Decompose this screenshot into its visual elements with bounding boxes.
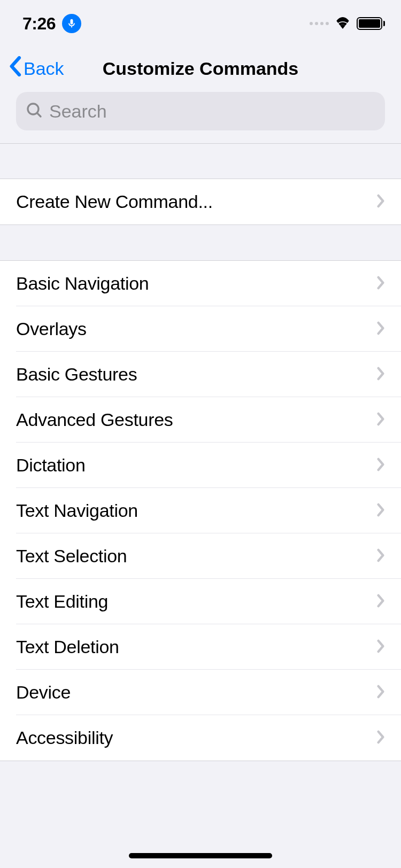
chevron-right-icon	[376, 639, 385, 655]
battery-icon	[357, 17, 385, 30]
category-advanced-gestures[interactable]: Advanced Gestures	[0, 397, 401, 443]
create-section: Create New Command...	[0, 179, 401, 225]
microphone-icon	[66, 18, 77, 29]
category-basic-navigation[interactable]: Basic Navigation	[0, 261, 401, 306]
row-label: Device	[16, 682, 71, 703]
row-label: Text Deletion	[16, 637, 119, 657]
status-right	[310, 16, 385, 31]
status-bar: 7:26	[0, 0, 401, 47]
chevron-right-icon	[376, 458, 385, 474]
category-device[interactable]: Device	[0, 670, 401, 715]
category-overlays[interactable]: Overlays	[0, 306, 401, 352]
chevron-right-icon	[376, 594, 385, 610]
row-label: Text Editing	[16, 591, 108, 612]
search-input[interactable]	[49, 101, 375, 122]
navigation-bar: Back Customize Commands	[0, 47, 401, 90]
search-wrapper	[0, 90, 401, 143]
category-basic-gestures[interactable]: Basic Gestures	[0, 352, 401, 397]
category-accessibility[interactable]: Accessibility	[0, 715, 401, 761]
row-label: Overlays	[16, 319, 87, 339]
chevron-right-icon	[376, 685, 385, 701]
category-dictation[interactable]: Dictation	[0, 443, 401, 488]
chevron-left-icon	[9, 56, 21, 81]
row-label: Text Selection	[16, 546, 127, 567]
chevron-right-icon	[376, 321, 385, 337]
chevron-right-icon	[376, 276, 385, 292]
category-text-navigation[interactable]: Text Navigation	[0, 488, 401, 533]
row-label: Dictation	[16, 455, 86, 476]
status-time: 7:26	[22, 14, 56, 34]
back-button[interactable]: Back	[9, 56, 64, 81]
cell-signal-dots	[310, 22, 329, 25]
categories-section: Basic Navigation Overlays Basic Gestures…	[0, 260, 401, 761]
chevron-right-icon	[376, 194, 385, 210]
back-label: Back	[24, 58, 64, 79]
chevron-right-icon	[376, 730, 385, 746]
section-gap	[0, 225, 401, 260]
chevron-right-icon	[376, 503, 385, 519]
microphone-badge[interactable]	[62, 14, 81, 33]
category-text-editing[interactable]: Text Editing	[0, 579, 401, 624]
chevron-right-icon	[376, 412, 385, 428]
section-gap	[0, 143, 401, 179]
row-label: Advanced Gestures	[16, 409, 173, 430]
wifi-icon	[334, 16, 351, 31]
create-new-command-row[interactable]: Create New Command...	[0, 179, 401, 224]
chevron-right-icon	[376, 548, 385, 564]
row-label: Basic Gestures	[16, 364, 137, 385]
row-label: Basic Navigation	[16, 273, 149, 294]
row-label: Text Navigation	[16, 500, 138, 521]
category-text-deletion[interactable]: Text Deletion	[0, 624, 401, 670]
category-text-selection[interactable]: Text Selection	[0, 533, 401, 579]
row-label: Accessibility	[16, 727, 113, 748]
status-left: 7:26	[22, 14, 81, 34]
create-new-command-label: Create New Command...	[16, 191, 213, 212]
search-icon	[26, 102, 43, 121]
search-field[interactable]	[16, 92, 385, 130]
chevron-right-icon	[376, 367, 385, 383]
home-indicator[interactable]	[129, 853, 272, 858]
